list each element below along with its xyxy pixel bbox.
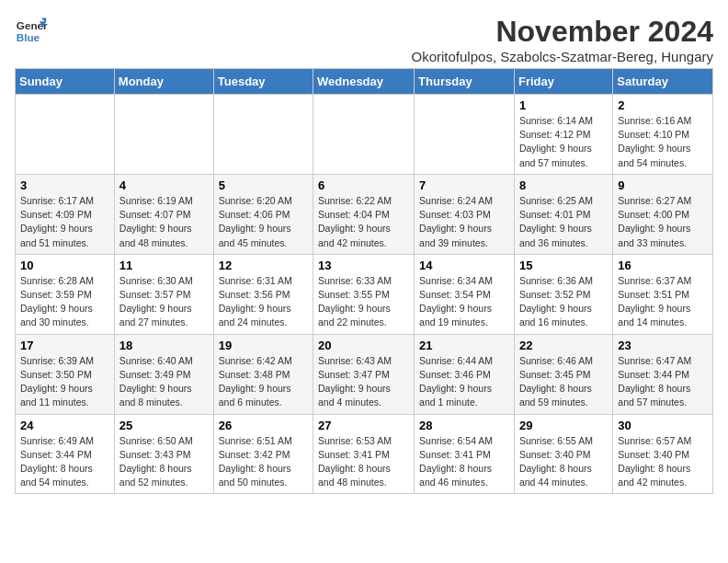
day-info: Sunrise: 6:44 AM Sunset: 3:46 PM Dayligh… <box>419 354 509 410</box>
day-number: 19 <box>219 339 308 352</box>
day-number: 4 <box>119 178 209 192</box>
day-number: 24 <box>20 419 109 432</box>
calendar-cell: 13Sunrise: 6:33 AM Sunset: 3:55 PM Dayli… <box>313 254 415 334</box>
calendar-cell: 29Sunrise: 6:55 AM Sunset: 3:40 PM Dayli… <box>514 414 612 494</box>
calendar-week-row: 3Sunrise: 6:17 AM Sunset: 4:09 PM Daylig… <box>16 174 713 254</box>
day-info: Sunrise: 6:30 AM Sunset: 3:57 PM Dayligh… <box>119 274 209 330</box>
logo: General Blue <box>15 15 48 48</box>
location-title: Okoritofulpos, Szabolcs-Szatmar-Bereg, H… <box>412 49 713 64</box>
day-number: 5 <box>219 178 308 192</box>
day-info: Sunrise: 6:19 AM Sunset: 4:07 PM Dayligh… <box>119 194 209 250</box>
calendar-body: 1Sunrise: 6:14 AM Sunset: 4:12 PM Daylig… <box>16 95 713 494</box>
day-number: 9 <box>618 178 708 192</box>
calendar-cell: 4Sunrise: 6:19 AM Sunset: 4:07 PM Daylig… <box>114 174 213 254</box>
day-number: 20 <box>318 339 409 352</box>
calendar-cell: 12Sunrise: 6:31 AM Sunset: 3:56 PM Dayli… <box>213 254 313 334</box>
day-number: 8 <box>519 178 608 192</box>
day-info: Sunrise: 6:39 AM Sunset: 3:50 PM Dayligh… <box>20 354 109 410</box>
calendar-header-row: SundayMondayTuesdayWednesdayThursdayFrid… <box>16 69 713 95</box>
calendar-cell: 8Sunrise: 6:25 AM Sunset: 4:01 PM Daylig… <box>514 174 612 254</box>
day-info: Sunrise: 6:49 AM Sunset: 3:44 PM Dayligh… <box>20 434 109 490</box>
day-number: 3 <box>20 178 109 192</box>
day-info: Sunrise: 6:53 AM Sunset: 3:41 PM Dayligh… <box>318 434 409 490</box>
day-info: Sunrise: 6:50 AM Sunset: 3:43 PM Dayligh… <box>119 434 209 490</box>
day-info: Sunrise: 6:47 AM Sunset: 3:44 PM Dayligh… <box>618 354 708 410</box>
day-number: 12 <box>219 259 308 272</box>
day-number: 23 <box>618 339 708 352</box>
calendar-cell: 25Sunrise: 6:50 AM Sunset: 3:43 PM Dayli… <box>114 414 213 494</box>
calendar-cell: 7Sunrise: 6:24 AM Sunset: 4:03 PM Daylig… <box>415 174 515 254</box>
day-info: Sunrise: 6:40 AM Sunset: 3:49 PM Dayligh… <box>119 354 209 410</box>
calendar-cell: 26Sunrise: 6:51 AM Sunset: 3:42 PM Dayli… <box>213 414 313 494</box>
day-info: Sunrise: 6:46 AM Sunset: 3:45 PM Dayligh… <box>519 354 608 410</box>
day-number: 13 <box>318 259 409 272</box>
calendar-cell <box>313 95 415 175</box>
calendar-cell: 17Sunrise: 6:39 AM Sunset: 3:50 PM Dayli… <box>16 334 115 414</box>
day-number: 6 <box>318 178 409 192</box>
day-number: 16 <box>618 259 708 272</box>
calendar-cell: 19Sunrise: 6:42 AM Sunset: 3:48 PM Dayli… <box>213 334 313 414</box>
calendar-cell: 30Sunrise: 6:57 AM Sunset: 3:40 PM Dayli… <box>613 414 713 494</box>
day-number: 27 <box>318 419 409 432</box>
calendar-cell: 16Sunrise: 6:37 AM Sunset: 3:51 PM Dayli… <box>613 254 713 334</box>
day-info: Sunrise: 6:55 AM Sunset: 3:40 PM Dayligh… <box>519 434 608 490</box>
day-info: Sunrise: 6:34 AM Sunset: 3:54 PM Dayligh… <box>419 274 509 330</box>
day-info: Sunrise: 6:37 AM Sunset: 3:51 PM Dayligh… <box>618 274 708 330</box>
day-info: Sunrise: 6:43 AM Sunset: 3:47 PM Dayligh… <box>318 354 409 410</box>
day-number: 28 <box>419 419 509 432</box>
day-number: 1 <box>519 98 608 112</box>
day-number: 25 <box>119 419 209 432</box>
svg-text:Blue: Blue <box>17 31 40 43</box>
calendar-cell: 10Sunrise: 6:28 AM Sunset: 3:59 PM Dayli… <box>16 254 115 334</box>
day-info: Sunrise: 6:51 AM Sunset: 3:42 PM Dayligh… <box>219 434 308 490</box>
calendar-cell: 23Sunrise: 6:47 AM Sunset: 3:44 PM Dayli… <box>613 334 713 414</box>
calendar-cell: 24Sunrise: 6:49 AM Sunset: 3:44 PM Dayli… <box>16 414 115 494</box>
calendar-cell: 5Sunrise: 6:20 AM Sunset: 4:06 PM Daylig… <box>213 174 313 254</box>
day-info: Sunrise: 6:31 AM Sunset: 3:56 PM Dayligh… <box>219 274 308 330</box>
day-number: 21 <box>419 339 509 352</box>
day-number: 7 <box>419 178 509 192</box>
calendar-week-row: 17Sunrise: 6:39 AM Sunset: 3:50 PM Dayli… <box>16 334 713 414</box>
day-info: Sunrise: 6:25 AM Sunset: 4:01 PM Dayligh… <box>519 194 608 250</box>
calendar-cell: 9Sunrise: 6:27 AM Sunset: 4:00 PM Daylig… <box>613 174 713 254</box>
page-header: General Blue November 2024 Okoritofulpos… <box>15 15 713 64</box>
calendar-cell: 22Sunrise: 6:46 AM Sunset: 3:45 PM Dayli… <box>514 334 612 414</box>
day-info: Sunrise: 6:36 AM Sunset: 3:52 PM Dayligh… <box>519 274 608 330</box>
day-info: Sunrise: 6:33 AM Sunset: 3:55 PM Dayligh… <box>318 274 409 330</box>
day-number: 18 <box>119 339 209 352</box>
calendar-cell <box>114 95 213 175</box>
calendar-day-header: Saturday <box>613 69 713 95</box>
day-info: Sunrise: 6:57 AM Sunset: 3:40 PM Dayligh… <box>618 434 708 490</box>
calendar-cell: 21Sunrise: 6:44 AM Sunset: 3:46 PM Dayli… <box>415 334 515 414</box>
day-number: 2 <box>618 98 708 112</box>
day-number: 14 <box>419 259 509 272</box>
calendar-cell: 6Sunrise: 6:22 AM Sunset: 4:04 PM Daylig… <box>313 174 415 254</box>
day-number: 10 <box>20 259 109 272</box>
calendar-table: SundayMondayTuesdayWednesdayThursdayFrid… <box>15 68 713 494</box>
day-number: 30 <box>618 419 708 432</box>
day-info: Sunrise: 6:42 AM Sunset: 3:48 PM Dayligh… <box>219 354 308 410</box>
day-info: Sunrise: 6:16 AM Sunset: 4:10 PM Dayligh… <box>618 114 708 170</box>
calendar-cell: 15Sunrise: 6:36 AM Sunset: 3:52 PM Dayli… <box>514 254 612 334</box>
day-number: 26 <box>219 419 308 432</box>
calendar-cell: 3Sunrise: 6:17 AM Sunset: 4:09 PM Daylig… <box>16 174 115 254</box>
calendar-day-header: Sunday <box>16 69 115 95</box>
calendar-cell <box>415 95 515 175</box>
calendar-cell <box>213 95 313 175</box>
calendar-cell: 1Sunrise: 6:14 AM Sunset: 4:12 PM Daylig… <box>514 95 612 175</box>
calendar-cell: 20Sunrise: 6:43 AM Sunset: 3:47 PM Dayli… <box>313 334 415 414</box>
calendar-cell <box>16 95 115 175</box>
day-info: Sunrise: 6:24 AM Sunset: 4:03 PM Dayligh… <box>419 194 509 250</box>
day-info: Sunrise: 6:14 AM Sunset: 4:12 PM Dayligh… <box>519 114 608 170</box>
calendar-week-row: 24Sunrise: 6:49 AM Sunset: 3:44 PM Dayli… <box>16 414 713 494</box>
day-number: 22 <box>519 339 608 352</box>
day-info: Sunrise: 6:27 AM Sunset: 4:00 PM Dayligh… <box>618 194 708 250</box>
day-info: Sunrise: 6:17 AM Sunset: 4:09 PM Dayligh… <box>20 194 109 250</box>
title-section: November 2024 Okoritofulpos, Szabolcs-Sz… <box>412 15 713 64</box>
calendar-day-header: Tuesday <box>213 69 313 95</box>
day-number: 17 <box>20 339 109 352</box>
calendar-week-row: 1Sunrise: 6:14 AM Sunset: 4:12 PM Daylig… <box>16 95 713 175</box>
calendar-day-header: Wednesday <box>313 69 415 95</box>
day-info: Sunrise: 6:54 AM Sunset: 3:41 PM Dayligh… <box>419 434 509 490</box>
calendar-day-header: Thursday <box>415 69 515 95</box>
